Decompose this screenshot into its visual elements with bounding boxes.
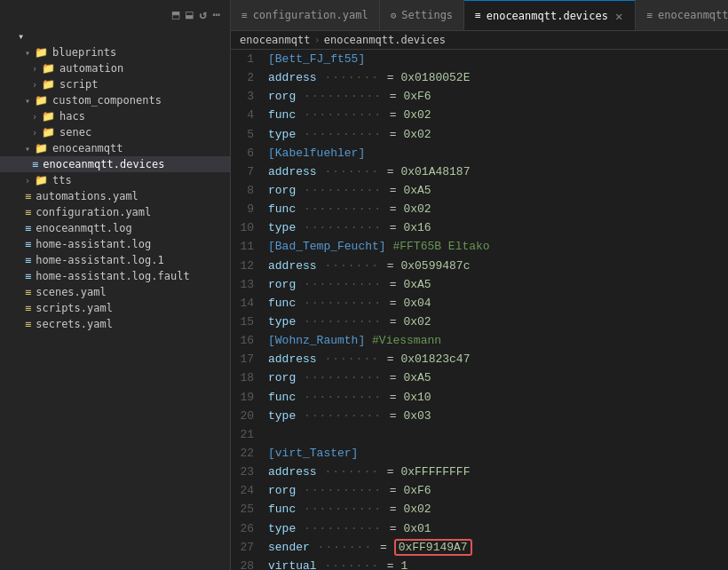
explorer-header: ⬒ ⬓ ↺ ⋯ (0, 0, 230, 28)
folder-icon: 📁 (35, 94, 48, 107)
config-section[interactable]: ▾ (0, 28, 230, 44)
sidebar-item-secrets-yaml[interactable]: ≡ secrets.yaml (0, 316, 230, 332)
sidebar-item-enoceanmqtt-log[interactable]: ≡ enoceanmqtt.log (0, 220, 230, 236)
line-number: 21 (231, 425, 265, 444)
sidebar-item-automation[interactable]: › 📁 automation (0, 60, 230, 76)
table-row: 3rorg ·········· = 0xF6 (231, 87, 728, 106)
line-number: 8 (231, 181, 265, 200)
breadcrumb-part-2[interactable]: enoceanmqtt.devices (324, 34, 446, 46)
chevron-down-icon: ▾ (25, 96, 30, 106)
line-number: 27 (231, 538, 265, 557)
chevron-down-icon: ▾ (25, 48, 30, 58)
sidebar-item-enoceanmqtt-devices[interactable]: ≡ enoceanmqtt.devices (0, 156, 230, 172)
line-content: address ······· = 0x0180052E (265, 68, 728, 87)
line-content: type ·········· = 0x16 (265, 218, 728, 237)
line-content: func ·········· = 0x02 (265, 106, 728, 124)
line-number: 5 (231, 125, 265, 144)
sidebar-item-ha-log-1[interactable]: ≡ home-assistant.log.1 (0, 252, 230, 268)
table-row: 28virtual ······· = 1 (231, 557, 728, 570)
file-icon: ≡ (25, 318, 31, 330)
line-number: 13 (231, 275, 265, 294)
file-icon: ≡ (475, 10, 481, 21)
line-number: 1 (231, 50, 265, 68)
line-number: 16 (231, 331, 265, 350)
table-row: 25func ·········· = 0x02 (231, 500, 728, 519)
chevron-right-icon: › (25, 176, 30, 186)
editor-content[interactable]: 1[Bett_FJ_ft55]2address ······· = 0x0180… (231, 50, 728, 570)
table-row: 16[Wohnz_Raumth] #Viessmann (231, 331, 728, 350)
file-icon: ≡ (25, 286, 31, 298)
sidebar-item-automations-yaml[interactable]: ≡ automations.yaml (0, 188, 230, 204)
table-row: 18rorg ·········· = 0xA5 (231, 368, 728, 387)
table-row: 17address ······· = 0x01823c47 (231, 350, 728, 368)
breadcrumb: enoceanmqtt › enoceanmqtt.devices (231, 31, 728, 50)
table-row: 22[virt_Taster] (231, 444, 728, 463)
table-row: 20type ·········· = 0x03 (231, 407, 728, 425)
file-icon: ≡ (25, 206, 31, 218)
sidebar-item-ha-log[interactable]: ≡ home-assistant.log (0, 236, 230, 252)
folder-icon: 📁 (42, 126, 55, 139)
table-row: 15type ·········· = 0x02 (231, 313, 728, 331)
sidebar-item-scenes-yaml[interactable]: ≡ scenes.yaml (0, 284, 230, 300)
table-row: 11[Bad_Temp_Feucht] #FFT65B Eltako (231, 237, 728, 256)
file-icon: ≡ (25, 238, 31, 250)
line-content: type ·········· = 0x02 (265, 313, 728, 331)
settings-icon: ⚙ (391, 10, 397, 21)
tab-bar: ≡ configuration.yaml ⚙ Settings ≡ enocea… (231, 0, 728, 31)
folder-icon: 📁 (35, 174, 48, 186)
sidebar-item-ha-log-fault[interactable]: ≡ home-assistant.log.fault (0, 268, 230, 284)
sidebar-item-tts[interactable]: › 📁 tts (0, 172, 230, 188)
breadcrumb-separator: › (313, 34, 320, 46)
sidebar-item-senec[interactable]: › 📁 senec (0, 124, 230, 140)
line-content: type ·········· = 0x01 (265, 519, 728, 538)
breadcrumb-part-1[interactable]: enoceanmqtt (240, 34, 310, 46)
sidebar-item-scripts-yaml[interactable]: ≡ scripts.yaml (0, 300, 230, 316)
sidebar-item-enoceanmqtt[interactable]: ▾ 📁 enoceanmqtt (0, 140, 230, 156)
file-icon: ≡ (25, 254, 31, 266)
sidebar: ⬒ ⬓ ↺ ⋯ ▾ ▾ 📁 blueprints › 📁 automation … (0, 0, 231, 570)
new-folder-icon[interactable]: ⬓ (186, 7, 194, 21)
main-editor: ≡ configuration.yaml ⚙ Settings ≡ enocea… (231, 0, 728, 570)
file-icon: ≡ (32, 158, 38, 170)
new-file-icon[interactable]: ⬒ (172, 7, 180, 21)
table-row: 1[Bett_FJ_ft55] (231, 50, 728, 68)
chevron-down-icon: ▾ (25, 144, 30, 154)
tab-settings[interactable]: ⚙ Settings (380, 0, 464, 30)
chevron-right-icon: › (32, 128, 37, 138)
line-content: func ·········· = 0x10 (265, 388, 728, 407)
tab-configuration-yaml[interactable]: ≡ configuration.yaml (231, 0, 380, 30)
sidebar-item-blueprints[interactable]: ▾ 📁 blueprints (0, 44, 230, 60)
line-number: 25 (231, 500, 265, 519)
line-content: address ······· = 0x0599487c (265, 257, 728, 275)
table-row: 4func ·········· = 0x02 (231, 106, 728, 124)
table-row: 23address ······· = 0xFFFFFFFF (231, 463, 728, 481)
sidebar-item-script[interactable]: › 📁 script (0, 76, 230, 92)
line-number: 9 (231, 200, 265, 218)
code-table: 1[Bett_FJ_ft55]2address ······· = 0x0180… (231, 50, 728, 570)
sidebar-item-hacs[interactable]: › 📁 hacs (0, 108, 230, 124)
table-row: 13rorg ·········· = 0xA5 (231, 275, 728, 294)
file-icon: ≡ (25, 190, 31, 202)
collapse-icon[interactable]: ⋯ (213, 7, 221, 21)
table-row: 21 (231, 425, 728, 444)
sidebar-item-custom-components[interactable]: ▾ 📁 custom_components (0, 92, 230, 108)
line-number: 22 (231, 444, 265, 463)
line-content: type ·········· = 0x02 (265, 125, 728, 144)
line-content: address ······· = 0xFFFFFFFF (265, 463, 728, 481)
line-number: 24 (231, 481, 265, 500)
line-number: 15 (231, 313, 265, 331)
tab-enoceanmqtt-devices[interactable]: ≡ enoceanmqtt.devices ✕ (464, 0, 636, 30)
table-row: 6[Kabelfuehler] (231, 144, 728, 162)
line-number: 2 (231, 68, 265, 87)
file-icon: ≡ (25, 302, 31, 314)
line-number: 3 (231, 87, 265, 106)
tab-close-icon[interactable]: ✕ (613, 9, 624, 23)
sidebar-item-configuration-yaml[interactable]: ≡ configuration.yaml (0, 204, 230, 220)
line-content: [Kabelfuehler] (265, 144, 728, 162)
line-number: 6 (231, 144, 265, 162)
tab-enoceanmqtt-log[interactable]: ≡ enoceanmqtt.log (636, 0, 728, 30)
line-number: 17 (231, 350, 265, 368)
refresh-icon[interactable]: ↺ (199, 7, 207, 21)
line-content: [Bett_FJ_ft55] (265, 50, 728, 68)
file-icon: ≡ (25, 270, 31, 282)
